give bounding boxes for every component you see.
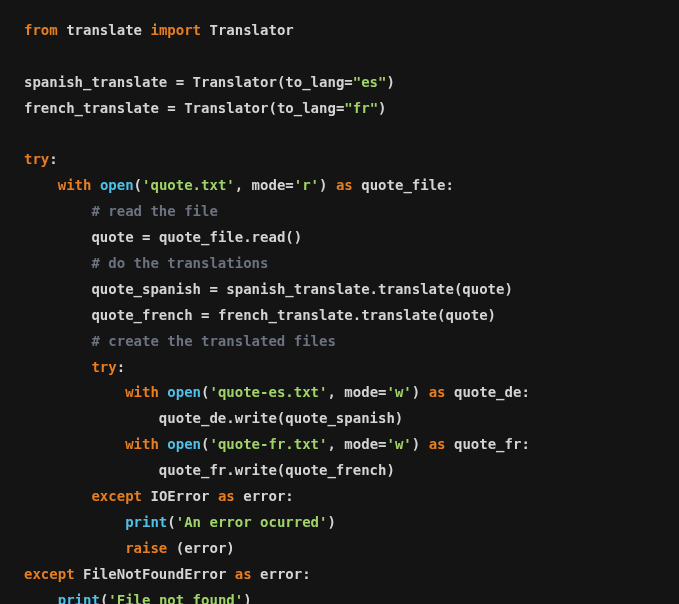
space (328, 177, 336, 193)
kwarg: to_lang (277, 100, 336, 116)
class-call: Translator (184, 100, 268, 116)
comma: , (327, 436, 344, 452)
paren: ) (327, 514, 335, 530)
string-literal: "es" (353, 74, 387, 90)
keyword-as: as (429, 436, 446, 452)
expression: french_translate.translate(quote) (218, 307, 496, 323)
variable: quote_french (91, 307, 201, 323)
space (75, 566, 83, 582)
operator: = (167, 100, 184, 116)
keyword-with: with (125, 384, 159, 400)
paren: ( (268, 100, 276, 116)
builtin-print: print (58, 592, 100, 604)
keyword-as: as (235, 566, 252, 582)
operator: = (176, 74, 193, 90)
colon: : (521, 384, 529, 400)
keyword-with: with (58, 177, 92, 193)
kwarg: mode (344, 384, 378, 400)
builtin-open: open (167, 436, 201, 452)
keyword-as: as (336, 177, 353, 193)
exception-name: IOError (150, 488, 209, 504)
variable: french_translate (24, 100, 167, 116)
builtin-open: open (100, 177, 134, 193)
keyword-except: except (24, 566, 75, 582)
space (420, 436, 428, 452)
space (226, 566, 234, 582)
string-literal: "fr" (344, 100, 378, 116)
operator: = (142, 229, 159, 245)
colon: : (117, 359, 125, 375)
comment: # do the translations (91, 255, 268, 271)
keyword-try: try (91, 359, 116, 375)
space (91, 177, 99, 193)
keyword-as: as (429, 384, 446, 400)
keyword-import: import (150, 22, 201, 38)
statement: quote_de.write(quote_spanish) (159, 410, 403, 426)
paren: ) (386, 74, 394, 90)
space (420, 384, 428, 400)
variable: quote_fr (454, 436, 521, 452)
statement: quote_fr.write(quote_french) (159, 462, 395, 478)
comment: # read the file (91, 203, 217, 219)
space (446, 436, 454, 452)
variable: quote (91, 229, 142, 245)
string-literal: 'quote-fr.txt' (209, 436, 327, 452)
keyword-try: try (24, 151, 49, 167)
expression: quote_file.read() (159, 229, 302, 245)
expression: spanish_translate.translate(quote) (226, 281, 513, 297)
string-literal: 'quote-es.txt' (209, 384, 327, 400)
builtin-open: open (167, 384, 201, 400)
space (167, 540, 175, 556)
operator: = (378, 436, 386, 452)
space (252, 566, 260, 582)
comma: , (235, 177, 252, 193)
variable: error (260, 566, 302, 582)
space (446, 384, 454, 400)
paren: ) (378, 100, 386, 116)
string-literal: 'An error ocurred' (176, 514, 328, 530)
operator: = (378, 384, 386, 400)
keyword-except: except (91, 488, 142, 504)
operator: = (201, 307, 218, 323)
kwarg: to_lang (285, 74, 344, 90)
expression: (error) (176, 540, 235, 556)
code-block: from translate import Translator spanish… (0, 0, 679, 604)
operator: = (285, 177, 293, 193)
operator: = (209, 281, 226, 297)
colon: : (521, 436, 529, 452)
paren: ) (412, 384, 420, 400)
variable: error (243, 488, 285, 504)
module-name: translate (66, 22, 142, 38)
kwarg: mode (344, 436, 378, 452)
string-literal: 'quote.txt' (142, 177, 235, 193)
space (209, 488, 217, 504)
colon: : (49, 151, 57, 167)
space (353, 177, 361, 193)
keyword-raise: raise (125, 540, 167, 556)
string-literal: 'w' (387, 384, 412, 400)
comment: # create the translated files (91, 333, 335, 349)
colon: : (302, 566, 310, 582)
keyword-from: from (24, 22, 58, 38)
string-literal: 'r' (294, 177, 319, 193)
paren: ) (243, 592, 251, 604)
paren: ) (412, 436, 420, 452)
paren: ( (134, 177, 142, 193)
keyword-with: with (125, 436, 159, 452)
class-name: Translator (209, 22, 293, 38)
builtin-print: print (125, 514, 167, 530)
colon: : (446, 177, 454, 193)
paren: ( (167, 514, 175, 530)
class-call: Translator (193, 74, 277, 90)
variable: spanish_translate (24, 74, 176, 90)
paren: ) (319, 177, 327, 193)
variable: quote_de (454, 384, 521, 400)
exception-name: FileNotFoundError (83, 566, 226, 582)
variable: quote_spanish (91, 281, 209, 297)
keyword-as: as (218, 488, 235, 504)
kwarg: mode (252, 177, 286, 193)
colon: : (285, 488, 293, 504)
space (235, 488, 243, 504)
variable: quote_file (361, 177, 445, 193)
comma: , (327, 384, 344, 400)
